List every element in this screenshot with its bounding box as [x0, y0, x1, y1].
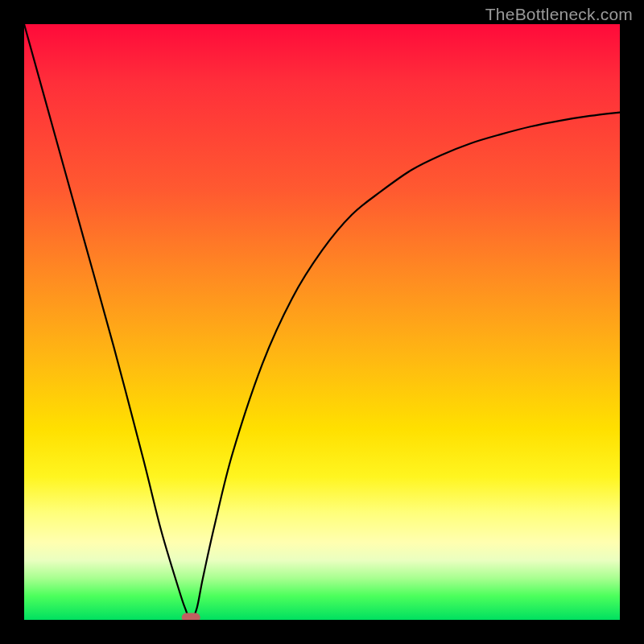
chart-frame: TheBottleneck.com — [0, 0, 644, 644]
plot-area — [24, 24, 620, 620]
minimum-marker — [182, 613, 200, 620]
curve-layer — [24, 24, 620, 620]
watermark-text: TheBottleneck.com — [485, 5, 633, 24]
bottleneck-curve — [24, 24, 620, 620]
